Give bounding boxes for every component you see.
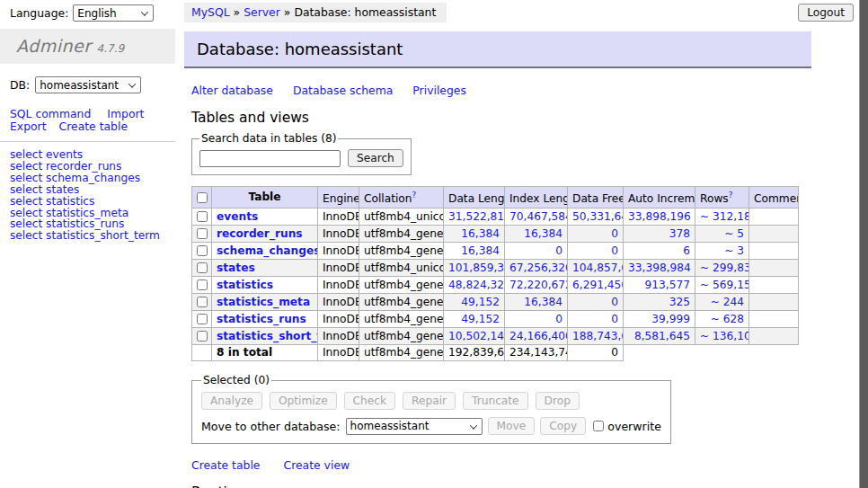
language-select[interactable]: English (73, 4, 154, 22)
table-link[interactable]: statistics_meta (46, 207, 128, 219)
rows-link[interactable]: ~ 569,159 (700, 279, 749, 291)
move-database-select[interactable]: homeassistant (346, 418, 483, 435)
index-length-link[interactable]: 0 (555, 244, 562, 257)
privileges-link[interactable]: Privileges (412, 84, 466, 97)
breadcrumb-link[interactable]: Server (244, 5, 280, 19)
data-free-link[interactable]: 6,291,456 (572, 279, 624, 291)
database-schema-link[interactable]: Database schema (293, 84, 393, 97)
truncate-button[interactable]: Truncate (463, 392, 528, 410)
move-button[interactable]: Move (488, 417, 536, 435)
table-link[interactable]: events (46, 148, 83, 161)
copy-button[interactable]: Copy (540, 417, 586, 435)
rows-link[interactable]: ~ 3 (724, 244, 744, 257)
select-link[interactable]: select (10, 160, 42, 173)
overwrite-checkbox[interactable] (593, 421, 604, 431)
row-checkbox[interactable] (197, 279, 208, 290)
table-name-link[interactable]: schema_changes (217, 244, 318, 257)
repair-button[interactable]: Repair (403, 392, 456, 410)
data-length-link[interactable]: 49,152 (461, 313, 500, 325)
table-name-link[interactable]: events (217, 210, 258, 223)
adminer-logo-link[interactable]: Adminer (16, 36, 92, 56)
row-checkbox[interactable] (197, 297, 208, 307)
row-checkbox[interactable] (197, 245, 208, 256)
data-length-link[interactable]: 16,384 (461, 227, 500, 240)
table-link[interactable]: statistics (46, 195, 94, 208)
select-link[interactable]: select (10, 217, 42, 230)
select-link[interactable]: select (10, 195, 42, 208)
auto-increment-link[interactable]: 8,581,645 (634, 330, 690, 342)
index-length-link[interactable]: 72,220,672 (509, 279, 568, 291)
table-name-link[interactable]: states (217, 262, 255, 274)
create-view-link[interactable]: Create view (284, 458, 350, 472)
auto-increment-link[interactable]: 39,999 (651, 313, 690, 325)
optimize-button[interactable]: Optimize (270, 392, 337, 410)
index-length-link[interactable]: 67,256,320 (509, 262, 568, 274)
select-link[interactable]: select (10, 172, 42, 184)
table-link[interactable]: schema_changes (46, 172, 140, 184)
data-length-link[interactable]: 48,824,320 (448, 279, 505, 291)
select-link[interactable]: select (10, 148, 42, 161)
data-length-link[interactable]: 31,522,816 (448, 210, 505, 223)
table-link[interactable]: statistics_runs (46, 217, 124, 230)
data-free-link[interactable]: 0 (611, 313, 618, 325)
index-length-link[interactable]: 70,467,584 (509, 210, 568, 223)
select-link[interactable]: select (10, 207, 42, 219)
auto-increment-link[interactable]: 378 (669, 227, 690, 240)
data-free-link[interactable]: 50,331,648 (572, 210, 624, 223)
auto-increment-link[interactable]: 913,577 (645, 279, 690, 291)
rows-link[interactable]: ~ 5 (724, 227, 744, 240)
help-link[interactable]: ? (412, 191, 417, 200)
sidebar-link-export[interactable]: Export (10, 120, 47, 133)
data-length-link[interactable]: 101,859,328 (448, 262, 505, 274)
analyze-button[interactable]: Analyze (201, 392, 262, 410)
auto-increment-link[interactable]: 33,398,984 (628, 262, 691, 274)
data-length-link[interactable]: 49,152 (461, 296, 500, 308)
table-name-link[interactable]: statistics (217, 279, 273, 291)
table-link[interactable]: states (46, 183, 79, 196)
table-name-link[interactable]: statistics_meta (217, 296, 310, 308)
row-checkbox[interactable] (197, 228, 208, 239)
rows-link[interactable]: ~ 136,108 (700, 330, 749, 342)
sidebar-link-create-table[interactable]: Create table (59, 120, 128, 133)
table-link[interactable]: statistics_short_term (46, 229, 160, 242)
select-all-checkbox[interactable] (197, 192, 208, 203)
data-free-link[interactable]: 0 (611, 296, 618, 308)
index-length-link[interactable]: 16,384 (524, 227, 562, 240)
auto-increment-link[interactable]: 325 (669, 296, 690, 308)
index-length-link[interactable]: 16,384 (524, 296, 562, 308)
scrollbar[interactable] (859, 0, 868, 488)
scrollbar-thumb[interactable] (860, 0, 868, 488)
row-checkbox[interactable] (197, 262, 208, 273)
rows-link[interactable]: ~ 244 (711, 296, 744, 308)
data-free-link[interactable]: 0 (611, 227, 618, 240)
search-input[interactable] (199, 150, 341, 167)
table-link[interactable]: recorder_runs (46, 160, 121, 173)
logout-button[interactable]: Logout (798, 4, 854, 22)
auto-increment-link[interactable]: 6 (683, 244, 690, 257)
select-link[interactable]: select (10, 229, 42, 242)
table-name-link[interactable]: recorder_runs (217, 227, 303, 240)
help-link[interactable]: ? (729, 191, 733, 200)
index-length-link[interactable]: 24,166,400 (509, 330, 568, 342)
sidebar-link-import[interactable]: Import (107, 107, 144, 120)
table-name-link[interactable]: statistics_runs (217, 313, 306, 325)
row-checkbox[interactable] (197, 314, 208, 324)
data-length-link[interactable]: 10,502,144 (448, 330, 505, 342)
sidebar-link-sql-command[interactable]: SQL command (10, 107, 91, 120)
drop-button[interactable]: Drop (536, 392, 580, 410)
data-free-link[interactable]: 188,743,680 (572, 330, 624, 342)
db-select[interactable]: homeassistant (35, 76, 141, 93)
rows-link[interactable]: ~ 299,833 (700, 262, 749, 274)
row-checkbox[interactable] (197, 331, 208, 342)
table-name-link[interactable]: statistics_short_term (217, 330, 318, 342)
check-button[interactable]: Check (344, 392, 396, 410)
data-free-link[interactable]: 0 (611, 244, 618, 257)
breadcrumb-link[interactable]: MySQL (191, 5, 230, 19)
create-table-link[interactable]: Create table (191, 458, 261, 472)
auto-increment-link[interactable]: 33,898,196 (628, 210, 691, 223)
index-length-link[interactable]: 0 (555, 313, 562, 325)
select-link[interactable]: select (10, 183, 42, 196)
row-checkbox[interactable] (197, 211, 208, 222)
rows-link[interactable]: ~ 628 (711, 313, 744, 325)
search-button[interactable]: Search (348, 149, 403, 167)
